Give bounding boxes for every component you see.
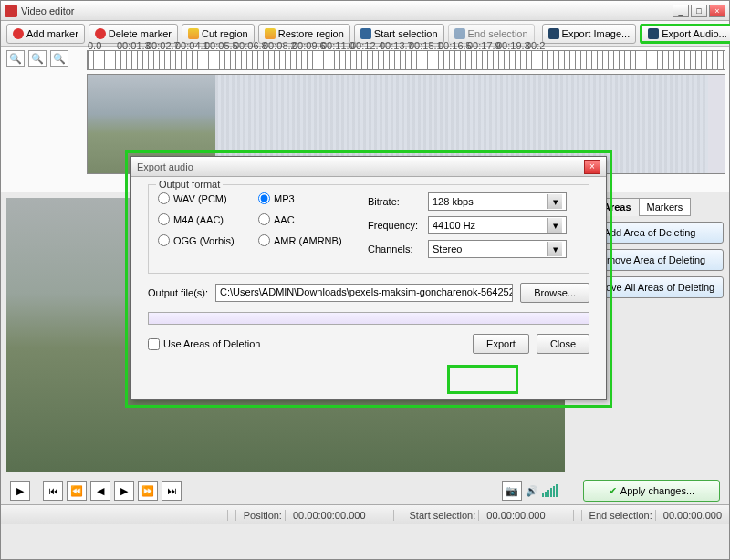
frequency-label: Frequency: xyxy=(368,220,428,231)
camera-icon xyxy=(548,28,559,39)
zoom-in-button[interactable]: 🔍 xyxy=(6,50,25,67)
video-editor-window: Video editor _ □ × Add marker Delete mar… xyxy=(0,0,730,560)
step-back-button[interactable]: ◀ xyxy=(90,481,110,501)
radio-aac[interactable]: AAC xyxy=(258,213,359,225)
tab-markers[interactable]: Markers xyxy=(639,198,692,216)
add-marker-button[interactable]: Add marker xyxy=(6,24,85,44)
status-start: Start selection: 00.00:00.000 xyxy=(393,510,546,521)
marker-icon xyxy=(95,28,106,39)
export-button[interactable]: Export xyxy=(473,334,529,354)
chevron-down-icon: ▾ xyxy=(548,242,562,256)
export-audio-dialog: Export audio × Output format WAV (PCM) M… xyxy=(130,156,607,400)
titlebar: Video editor _ □ × xyxy=(1,1,729,21)
snapshot-button[interactable]: 📷 xyxy=(502,481,522,501)
progress-bar xyxy=(148,312,589,325)
dialog-title: Export audio xyxy=(137,161,584,172)
close-button[interactable]: × xyxy=(709,5,725,17)
use-areas-checkbox[interactable]: Use Areas of Deletion xyxy=(148,338,473,350)
dialog-titlebar: Export audio × xyxy=(131,157,606,177)
audio-icon xyxy=(648,28,659,39)
maximize-button[interactable]: □ xyxy=(691,5,707,17)
radio-ogg[interactable]: OGG (Vorbis) xyxy=(158,234,258,246)
timeline-ruler[interactable]: 0.000:01.300:02.700:04.100:05.500:06.800… xyxy=(87,50,725,70)
channels-combo[interactable]: Stereo▾ xyxy=(428,240,567,258)
export-highlight xyxy=(447,365,518,394)
volume-bars[interactable] xyxy=(542,484,558,497)
dialog-close-button[interactable]: × xyxy=(584,160,600,174)
forward-button[interactable]: ⏩ xyxy=(138,481,158,501)
browse-button[interactable]: Browse... xyxy=(520,283,589,303)
radio-mp3[interactable]: MP3 xyxy=(258,192,359,204)
chevron-down-icon: ▾ xyxy=(548,194,562,209)
status-bar: Position: 00.00:00:00.000 Start selectio… xyxy=(1,504,729,524)
selection-icon xyxy=(360,28,371,39)
output-file-label: Output file(s): xyxy=(148,287,208,298)
output-path-field[interactable]: C:\Users\ADMIN\Downloads\pexels-maksim-g… xyxy=(215,284,513,302)
rewind-button[interactable]: ⏪ xyxy=(67,481,87,501)
channels-label: Channels: xyxy=(368,244,428,254)
playback-controls: ▶ ⏮ ⏪ ◀ ▶ ⏩ ⏭ 📷 🔊 ✔Apply changes... xyxy=(1,477,729,504)
speaker-icon[interactable]: 🔊 xyxy=(526,485,538,497)
app-icon xyxy=(5,5,17,17)
restore-icon xyxy=(265,28,276,39)
apply-changes-button[interactable]: ✔Apply changes... xyxy=(583,480,720,502)
selection-icon xyxy=(454,28,465,39)
goto-end-button[interactable]: ⏭ xyxy=(162,481,182,501)
bitrate-label: Bitrate: xyxy=(368,196,428,207)
radio-wav[interactable]: WAV (PCM) xyxy=(158,192,258,204)
goto-start-button[interactable]: ⏮ xyxy=(43,481,63,501)
output-format-group: Output format WAV (PCM) M4A (AAC) OGG (V… xyxy=(148,184,589,274)
marker-icon xyxy=(13,28,24,39)
close-dialog-button[interactable]: Close xyxy=(537,334,589,354)
radio-amr[interactable]: AMR (AMRNB) xyxy=(258,234,359,246)
cut-icon xyxy=(188,28,199,39)
bitrate-combo[interactable]: 128 kbps▾ xyxy=(428,192,567,211)
radio-m4a[interactable]: M4A (AAC) xyxy=(158,213,258,225)
minimize-button[interactable]: _ xyxy=(673,5,689,17)
play-button[interactable]: ▶ xyxy=(10,481,30,501)
zoom-fit-button[interactable]: 🔍 xyxy=(50,50,68,67)
frequency-combo[interactable]: 44100 Hz▾ xyxy=(428,216,567,234)
zoom-out-button[interactable]: 🔍 xyxy=(28,50,47,67)
group-legend: Output format xyxy=(156,179,223,190)
window-title: Video editor xyxy=(21,5,673,16)
status-end: End selection: 00.00:00.000 xyxy=(573,510,722,521)
step-fwd-button[interactable]: ▶ xyxy=(114,481,134,501)
status-position: Position: 00.00:00:00.000 xyxy=(227,510,366,521)
chevron-down-icon: ▾ xyxy=(548,218,562,233)
